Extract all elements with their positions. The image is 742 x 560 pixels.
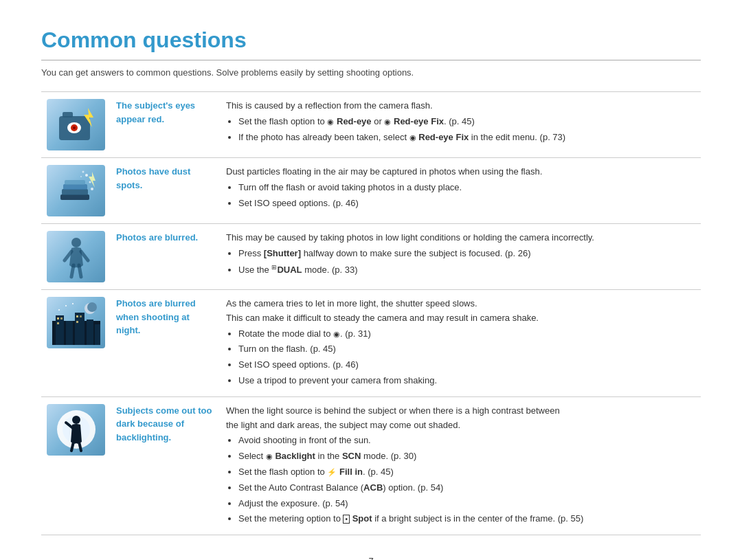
content-text: As the camera tries to let in more light… [226,297,695,311]
table-row: Photos have dust spots.Dust particles fl… [41,158,701,224]
page-title: Common questions [41,27,701,53]
svg-point-34 [87,302,97,312]
subtitle: You can get answers to common questions.… [41,67,701,78]
svg-rect-1 [63,112,73,117]
svg-point-10 [85,174,88,177]
content-text: This is caused by a reflection from the … [226,99,695,113]
list-item: Adjust the exposure. (p. 54) [238,497,695,511]
content-list: Avoid shooting in front of the sun.Selec… [238,434,695,526]
list-item: Set ISO speed options. (p. 46) [238,197,695,211]
svg-rect-27 [57,317,59,320]
label-cell-dust: Photos have dust spots. [111,158,221,224]
image-cell-dust [41,158,111,224]
svg-point-35 [65,305,67,306]
table-row: The subject's eyes appear red.This is ca… [41,92,701,158]
svg-point-5 [73,126,76,129]
label-text-dust: Photos have dust spots. [116,166,190,190]
svg-rect-8 [63,184,87,190]
content-cell-backlight: When the light source is behind the subj… [221,396,701,535]
label-cell-backlight: Subjects come out too dark because of ba… [111,396,221,535]
content-text: When the light source is behind the subj… [226,404,695,418]
list-item: Avoid shooting in front of the sun. [238,434,695,448]
image-cell-blurred [41,224,111,290]
svg-rect-26 [95,324,100,345]
list-item: Turn off the flash or avoid taking photo… [238,181,695,195]
title-divider [41,60,701,60]
svg-rect-7 [62,189,88,195]
svg-point-40 [72,416,80,424]
svg-rect-24 [75,313,85,345]
svg-rect-22 [56,315,64,345]
list-item: Set the metering option to • Spot if a b… [238,512,695,526]
image-cell-red-eye [41,92,111,158]
svg-rect-32 [76,321,78,323]
label-cell-blurred: Photos are blurred. [111,224,221,290]
list-item: Select ◉ Backlight in the SCN mode. (p. … [238,449,695,464]
svg-marker-15 [89,172,95,188]
list-item: Set the flash option to ⚡ Fill in. (p. 4… [238,465,695,480]
table-row: Subjects come out too dark because of ba… [41,396,701,535]
content-list: Press [Shutter] halfway down to make sur… [238,247,695,278]
svg-point-36 [72,303,74,304]
list-item: If the photo has already been taken, sel… [238,131,695,145]
list-item: Use the ⊞DUAL mode. (p. 33) [238,262,695,278]
svg-point-16 [71,238,81,247]
content-text: This may be caused by taking photos in l… [226,231,695,245]
list-item: Set ISO speed options. (p. 46) [238,358,695,372]
content-list: Rotate the mode dial to ◉. (p. 31)Turn o… [238,327,695,388]
image-cell-night [41,290,111,397]
svg-point-37 [58,309,60,311]
svg-rect-6 [60,194,89,200]
list-item: Turn on the flash. (p. 45) [238,342,695,357]
svg-line-19 [71,265,74,277]
svg-point-14 [80,176,82,177]
svg-line-20 [79,265,81,277]
svg-rect-30 [76,315,78,317]
qa-table: The subject's eyes appear red.This is ca… [41,91,701,535]
svg-rect-31 [80,315,82,317]
content-text: This can make it difficult to steady the… [226,311,695,326]
page-number: 7 [41,556,701,560]
table-row: Photos are blurred when shooting at nigh… [41,290,701,397]
svg-rect-28 [60,317,63,320]
image-cell-backlight [41,396,111,535]
list-item: Press [Shutter] halfway down to make sur… [238,247,695,261]
content-cell-red-eye: This is caused by a reflection from the … [221,92,701,158]
label-text-red-eye: The subject's eyes appear red. [116,100,195,124]
content-cell-dust: Dust particles floating in the air may b… [221,158,701,224]
list-item: Use a tripod to prevent your camera from… [238,374,695,388]
svg-point-12 [82,171,84,173]
list-item: Set the Auto Contrast Balance (ACB) opti… [238,481,695,495]
content-text: Dust particles floating in the air may b… [226,165,695,179]
table-row: Photos are blurred.This may be caused by… [41,224,701,290]
content-cell-blurred: This may be caused by taking photos in l… [221,224,701,290]
content-cell-night: As the camera tries to let in more light… [221,290,701,397]
svg-rect-23 [66,321,73,345]
content-list: Set the flash option to ◉ Red-eye or ◉ R… [238,115,695,145]
svg-rect-9 [65,180,85,185]
svg-point-11 [89,181,91,183]
label-text-blurred: Photos are blurred. [116,232,198,243]
content-text: the light and dark areas, the subject ma… [226,418,695,433]
label-cell-red-eye: The subject's eyes appear red. [111,92,221,158]
list-item: Rotate the mode dial to ◉. (p. 31) [238,327,695,341]
svg-rect-29 [57,322,59,324]
label-cell-night: Photos are blurred when shooting at nigh… [111,290,221,397]
label-text-backlight: Subjects come out too dark because of ba… [116,405,212,443]
content-list: Turn off the flash or avoid taking photo… [238,181,695,211]
label-text-night: Photos are blurred when shooting at nigh… [116,298,196,335]
list-item: Set the flash option to ◉ Red-eye or ◉ R… [238,115,695,129]
svg-point-13 [91,188,93,190]
svg-rect-25 [87,320,93,345]
